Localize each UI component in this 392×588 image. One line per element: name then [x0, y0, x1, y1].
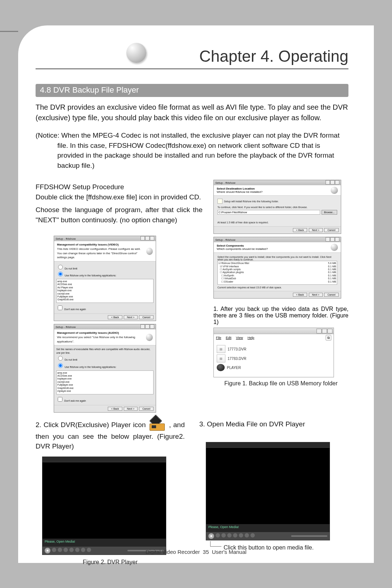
back-button[interactable]: < Back [108, 407, 122, 411]
file-name: PLAYER [227, 366, 241, 370]
top-rule [0, 31, 18, 32]
footer-left: Digital Video Recorder [146, 549, 200, 555]
cancel-button[interactable]: Cancel [139, 407, 154, 411]
step3-col: 3. Open Media File on DVR Player Please,… [199, 419, 348, 571]
menu-file[interactable]: File [216, 336, 221, 340]
player-titlebar [206, 442, 330, 448]
back-button[interactable]: < Back [293, 293, 307, 297]
back-button[interactable]: < Back [108, 315, 122, 319]
chapter-title: Chapter 4. Operating [199, 47, 348, 65]
install-path-input[interactable] [217, 210, 320, 215]
control-button[interactable] [239, 533, 243, 538]
mgmt1-titlebar-text: Setup - ffdshow [56, 237, 75, 241]
close-icon[interactable] [327, 329, 332, 333]
callout-line [210, 541, 221, 547]
dvr-player-icon [150, 419, 166, 431]
browse-button[interactable]: Browse... [322, 210, 337, 215]
close-icon[interactable] [335, 237, 339, 242]
next-button[interactable]: Next > [309, 293, 323, 297]
cancel-button[interactable]: Cancel [324, 228, 339, 232]
mgmt1-listbox[interactable]: amp.exe ACDSee.exe Ad Player.exe bsplaye… [56, 279, 154, 303]
mgmt2-opt-use: Use ffdshow only in the following applic… [65, 366, 116, 368]
next-button[interactable]: Next > [124, 407, 138, 411]
max-icon[interactable] [330, 237, 335, 242]
max-icon[interactable] [322, 329, 327, 333]
mgmt2-opt-none: Do not limit [65, 358, 77, 361]
menu-edit[interactable]: Edit [226, 336, 232, 340]
max-icon[interactable] [330, 180, 335, 184]
installer-components: Setup - ffdshow Select Components Which … [213, 237, 341, 299]
section-bar: 4.8 DVR Backup File Player [36, 84, 348, 97]
opt-none-radio[interactable] [58, 265, 63, 269]
mgmt2-body: Set the names of executable files which … [54, 345, 156, 405]
file-item[interactable]: ▤ 17773.DVR [217, 345, 331, 353]
mgmt1-header-title: Management of compatibility issues (VIDE… [57, 243, 119, 246]
opt-none-radio[interactable] [58, 356, 63, 361]
control-button[interactable] [216, 533, 220, 538]
ffdshow-text-col: FFDSHOW Setup Procedure Double click the… [36, 180, 203, 415]
next-button[interactable]: Next > [124, 315, 138, 319]
comp-size: 0.1 MB [328, 268, 336, 271]
app-item: mplayer.exe [57, 390, 152, 393]
close-icon[interactable] [150, 236, 154, 240]
control-button[interactable] [250, 533, 255, 538]
steps-2-3: 2. Click DVR(Exclusive) Player icon , an… [36, 419, 348, 571]
step2-col: 2. Click DVR(Exclusive) Player icon , an… [36, 419, 185, 571]
min-icon[interactable] [140, 324, 145, 329]
menu-help[interactable]: Help [248, 336, 254, 340]
brand-icon: ⧉ [326, 335, 331, 341]
comp-size: 0.1 MB [328, 277, 336, 280]
notice-paragraph: (Notice: When the MPEG-4 Codec is not in… [36, 130, 348, 170]
volume-slider[interactable] [291, 535, 327, 537]
control-button[interactable] [221, 533, 226, 538]
footer-right: User's Manual [212, 549, 246, 555]
min-icon[interactable] [326, 180, 330, 184]
ffdshow-section: FFDSHOW Setup Procedure Double click the… [36, 180, 348, 415]
ffdshow-line1: Double click the [ffdshow.exe file] icon… [36, 192, 203, 202]
next-button[interactable]: Next > [309, 228, 323, 232]
file-item[interactable]: PLAYER [217, 364, 331, 371]
step3-text: 3. Open Media File on DVR Player [199, 419, 348, 429]
menu-view[interactable]: View [236, 336, 243, 340]
control-button[interactable] [227, 533, 232, 538]
comp-name: AviSynth scripts [222, 268, 241, 271]
mgmt2-listbox[interactable]: amp.exe ACDSee.exe bsplayer.exe cscript.… [56, 370, 154, 394]
installer-logo-icon [331, 244, 338, 251]
max-icon[interactable] [145, 324, 150, 329]
app-item: ACDSee.exe [57, 283, 152, 286]
comp-size: 0.1 MB [328, 274, 336, 277]
control-button[interactable] [245, 533, 249, 538]
opt-use-radio[interactable] [58, 363, 63, 368]
inst1-titlebar: Setup - ffdshow [214, 180, 341, 185]
ffdshow-heading: FFDSHOW Setup Procedure [36, 182, 203, 192]
app-item: GraphEdit.exe [57, 298, 152, 301]
component-list[interactable]: ☑ ffdshow DirectShow filter5.6 MB ☑ VFW … [217, 261, 337, 285]
app-item: bsplayer.exe [57, 377, 152, 380]
min-icon[interactable] [326, 237, 330, 242]
opt-use-radio[interactable] [58, 272, 63, 276]
player-status: Please, Open Media! [206, 524, 330, 532]
open-media-button[interactable] [208, 533, 214, 539]
inst1-footer: < Back Next > Cancel [214, 226, 341, 234]
cancel-button[interactable]: Cancel [324, 293, 339, 297]
back-button[interactable]: < Back [293, 228, 307, 232]
max-icon[interactable] [145, 236, 150, 240]
mgmt1-note: You can change these options later in th… [57, 252, 138, 259]
close-icon[interactable] [150, 324, 154, 329]
comp-size: 0.1 MB [328, 271, 336, 274]
min-icon[interactable] [317, 329, 322, 333]
explorer-content: ▤ 17773.DVR ▤ 17783.DVR PLAYER [214, 341, 334, 377]
dontask-checkbox[interactable] [58, 397, 62, 402]
inst2-titlebar-text: Setup - ffdshow [215, 238, 235, 242]
min-icon[interactable] [140, 236, 145, 240]
file-item[interactable]: ▤ 17783.DVR [217, 354, 331, 362]
comp-name: ffdshow DirectShow filter [221, 262, 249, 264]
inst2-header-title: Select Components [217, 244, 244, 247]
inst2-header: Select Components Which components shoul… [214, 242, 341, 253]
mgmt2-header: Management of compatibility issues (AUDI… [54, 329, 156, 345]
control-button[interactable] [233, 533, 237, 538]
cancel-button[interactable]: Cancel [139, 315, 154, 319]
dontask-checkbox[interactable] [58, 305, 62, 310]
app-item: Fullplayer.exe [57, 295, 152, 298]
close-icon[interactable] [335, 180, 339, 184]
